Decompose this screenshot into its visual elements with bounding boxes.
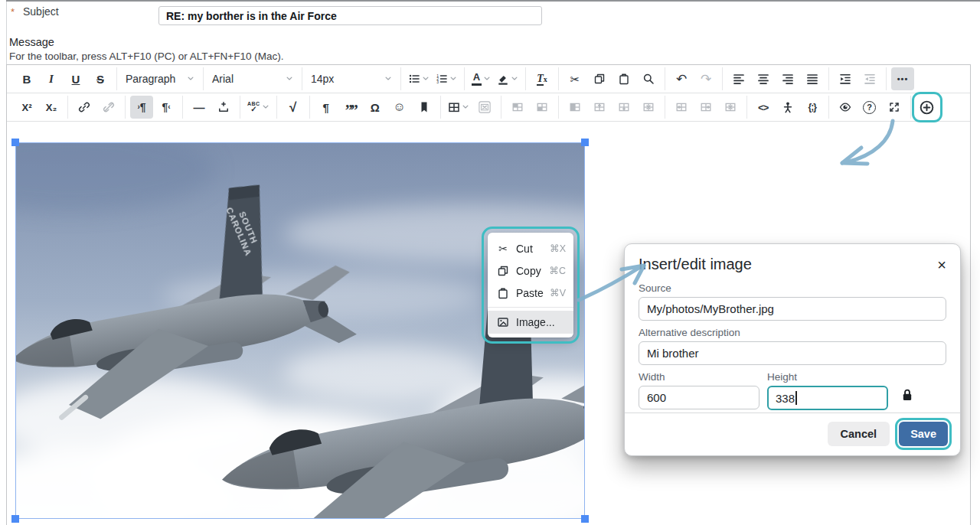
- anchor-button[interactable]: [413, 96, 436, 119]
- row-properties-button[interactable]: [564, 96, 586, 119]
- help-button[interactable]: ?: [858, 96, 881, 119]
- horizontal-rule-button[interactable]: —: [188, 96, 211, 119]
- delete-table-button[interactable]: [473, 96, 496, 119]
- insert-table-button[interactable]: [446, 96, 472, 119]
- width-input[interactable]: [639, 386, 760, 409]
- source-code-button[interactable]: <>: [752, 96, 775, 119]
- fullscreen-button[interactable]: [883, 96, 906, 119]
- rtl-icon: ¶‹: [162, 101, 170, 113]
- height-input[interactable]: 338: [767, 386, 888, 410]
- insert-image-plus-button[interactable]: [916, 96, 939, 119]
- page-break-button[interactable]: [212, 96, 235, 119]
- align-center-button[interactable]: [752, 67, 775, 90]
- bold-button[interactable]: B: [15, 67, 38, 90]
- align-right-button[interactable]: [776, 67, 799, 90]
- chevron-down-icon: [462, 103, 469, 111]
- redo-icon: ↷: [701, 73, 711, 86]
- delete-column-button[interactable]: [719, 96, 742, 119]
- merge-cells-button[interactable]: [531, 96, 554, 119]
- subscript-button[interactable]: X₂: [40, 96, 63, 119]
- search-button[interactable]: [637, 67, 660, 90]
- save-button[interactable]: Save: [899, 422, 948, 446]
- accessibility-check-button[interactable]: [776, 96, 799, 119]
- redo-button[interactable]: ↷: [694, 67, 717, 90]
- insert-column-after-button[interactable]: [694, 96, 717, 119]
- underline-button[interactable]: U: [64, 67, 87, 90]
- clear-formatting-button[interactable]: Tx: [531, 67, 554, 90]
- paste-button[interactable]: [612, 67, 635, 90]
- italic-button[interactable]: I: [40, 67, 63, 90]
- bullet-list-button[interactable]: [406, 67, 432, 90]
- context-menu: ✂ Cut ⌘X Copy ⌘C Paste ⌘V Image...: [488, 233, 573, 338]
- dialog-close-button[interactable]: ×: [937, 257, 946, 272]
- numbered-list-button[interactable]: [433, 67, 459, 90]
- insert-edit-image-dialog: Insert/edit image × Source Alternative d…: [624, 243, 961, 456]
- insert-column-before-icon: [675, 101, 688, 113]
- eye-icon: [839, 101, 851, 113]
- close-icon: ×: [937, 256, 946, 273]
- ltr-direction-button[interactable]: ›¶: [130, 96, 153, 119]
- block-format-select[interactable]: Paragraph: [122, 67, 198, 90]
- indent-button[interactable]: [834, 67, 857, 90]
- preview-button[interactable]: [834, 96, 857, 119]
- resize-handle-bottom-right[interactable]: [581, 515, 589, 523]
- copy-icon: [593, 73, 606, 85]
- chevron-down-icon: [511, 75, 518, 83]
- undo-icon: ↶: [676, 73, 687, 86]
- alt-description-label: Alternative description: [639, 327, 946, 338]
- strikethrough-button[interactable]: S: [89, 67, 112, 90]
- table-icon: [448, 101, 460, 113]
- toolbar-row-2: X² X₂ ›¶ ¶‹ — ABC✓ √ ¶ ”” Ω ☺: [7, 93, 970, 122]
- remove-link-button[interactable]: [97, 96, 120, 119]
- superscript-button[interactable]: X²: [15, 96, 38, 119]
- spellcheck-button[interactable]: ABC✓: [245, 96, 272, 119]
- chevron-down-icon: [187, 75, 194, 83]
- highlight-color-button[interactable]: [495, 67, 521, 90]
- bookmark-icon: [418, 101, 430, 113]
- emoticons-button[interactable]: ☺: [388, 96, 411, 119]
- align-left-button[interactable]: [727, 67, 750, 90]
- context-menu-item-image[interactable]: Image...: [488, 311, 573, 334]
- alt-description-input[interactable]: [639, 341, 946, 365]
- resize-handle-top-right[interactable]: [581, 139, 589, 146]
- cell-properties-button[interactable]: [506, 96, 529, 119]
- clear-formatting-icon: Tx: [537, 73, 547, 85]
- justify-icon: [806, 73, 818, 85]
- justify-button[interactable]: [801, 67, 824, 90]
- omega-icon: Ω: [371, 102, 380, 113]
- insert-link-button[interactable]: [73, 96, 96, 119]
- delete-row-button[interactable]: [637, 96, 660, 119]
- undo-button[interactable]: ↶: [670, 67, 693, 90]
- question-mark-icon: ?: [863, 101, 876, 114]
- source-input[interactable]: [639, 297, 946, 321]
- context-menu-item-copy[interactable]: Copy ⌘C: [488, 259, 573, 282]
- blockquote-button[interactable]: ””: [339, 96, 362, 119]
- resize-handle-bottom-left[interactable]: [11, 515, 19, 523]
- cut-button[interactable]: ✂: [564, 67, 586, 90]
- panel-top-border: [6, 0, 980, 2]
- show-paragraph-marks-button[interactable]: ¶: [315, 96, 338, 119]
- subject-input[interactable]: [158, 6, 542, 25]
- cancel-button[interactable]: Cancel: [828, 422, 890, 446]
- context-menu-item-cut[interactable]: ✂ Cut ⌘X: [488, 237, 573, 259]
- insert-column-before-button[interactable]: [670, 96, 693, 119]
- insert-row-before-button[interactable]: [588, 96, 611, 119]
- outdent-button[interactable]: [858, 67, 881, 90]
- constrain-proportions-lock-icon[interactable]: [900, 388, 914, 402]
- delete-column-icon: [724, 101, 737, 113]
- paste-icon: [495, 287, 511, 299]
- math-formula-button[interactable]: √: [282, 96, 305, 119]
- font-family-select[interactable]: Arial: [208, 67, 297, 90]
- font-size-select[interactable]: 14px: [307, 67, 396, 90]
- code-sample-button[interactable]: {;}: [801, 96, 824, 119]
- required-asterisk: *: [11, 6, 15, 18]
- special-character-button[interactable]: Ω: [364, 96, 387, 119]
- rtl-direction-button[interactable]: ¶‹: [155, 96, 178, 119]
- copy-button[interactable]: [588, 67, 611, 90]
- context-menu-item-paste[interactable]: Paste ⌘V: [488, 282, 573, 304]
- insert-row-after-button[interactable]: [612, 96, 635, 119]
- quote-icon: ””: [345, 106, 356, 115]
- text-color-button[interactable]: A: [469, 67, 493, 90]
- more-toolbar-button[interactable]: •••: [891, 67, 914, 90]
- resize-handle-top-left[interactable]: [11, 139, 19, 146]
